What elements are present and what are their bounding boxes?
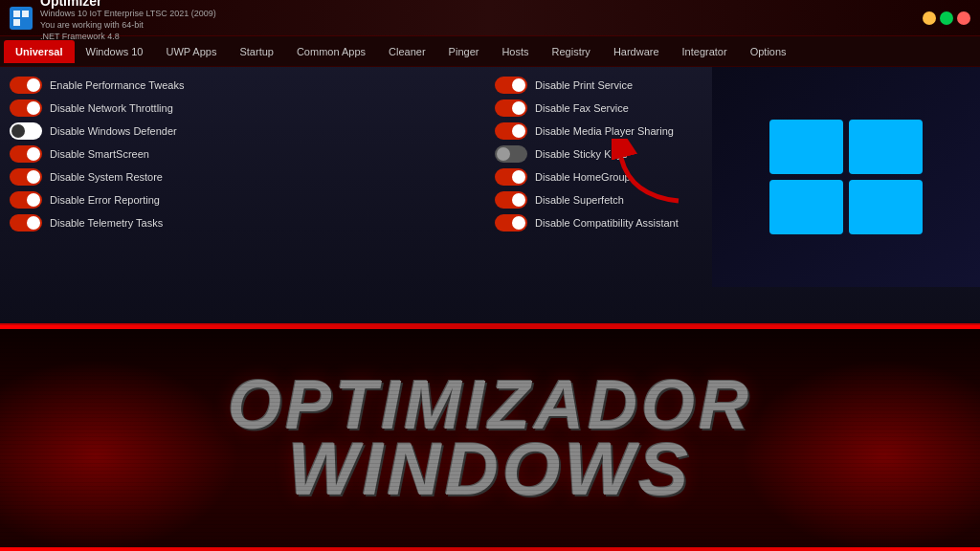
tab-integrator[interactable]: Integrator [671,40,739,63]
toggle-error[interactable] [10,191,42,209]
toggle-row-smartscreen: Disable SmartScreen [10,145,485,163]
app-name: Optimizer [40,0,216,9]
system-info-line2: You are working with 64-bit [40,20,216,32]
banner-text-line2: WINDOWS [288,435,692,502]
toggle-label-print: Disable Print Service [535,79,633,91]
tab-startup[interactable]: Startup [228,40,284,63]
tab-registry[interactable]: Registry [541,40,602,63]
tab-common-apps[interactable]: Common Apps [285,40,377,63]
bg-glow-right [741,360,980,551]
windows-logo-area [712,67,980,287]
tab-windows10[interactable]: Windows 10 [75,40,155,63]
tab-options[interactable]: Options [739,40,798,63]
tab-uwp-apps[interactable]: UWP Apps [154,40,228,63]
toggle-label-mediasharing: Disable Media Player Sharing [535,125,674,137]
system-info-line1: Windows 10 IoT Enterprise LTSC 2021 (200… [40,9,216,20]
app-window: Optimizer Windows 10 IoT Enterprise LTSC… [0,0,980,325]
toggle-label-performance: Enable Performance Tweaks [50,79,184,91]
toggle-network[interactable] [10,99,42,117]
toggle-restore[interactable] [10,168,42,186]
toggle-row-defender: Disable Windows Defender [10,122,485,140]
nav-bar: Universal Windows 10 UWP Apps Startup Co… [0,36,980,67]
bg-glow-left [0,360,239,551]
toggle-print[interactable] [495,77,527,94]
win-logo-quad-tr [849,120,923,174]
toggle-homegroup[interactable] [495,168,527,186]
toggle-telemetry[interactable] [10,214,42,231]
toggle-row-network: Disable Network Throttling [10,99,485,117]
toggle-row-restore: Disable System Restore [10,168,485,186]
toggle-label-restore: Disable System Restore [50,171,163,183]
toggle-row-telemetry: Disable Telemetry Tasks [10,214,485,231]
toggle-label-error: Disable Error Reporting [50,194,160,206]
app-logo [10,7,33,30]
toggle-sticky[interactable] [495,145,527,163]
win-logo-quad-bl [769,180,843,234]
maximize-button[interactable] [940,11,953,25]
toggle-performance[interactable] [10,77,42,94]
toggle-label-compat: Disable Compatibility Assistant [535,217,679,229]
window-controls [923,11,970,25]
toggle-smartscreen[interactable] [10,145,42,163]
toggle-label-sticky: Disable Sticky Keys [535,148,628,160]
toggle-label-fax: Disable Fax Service [535,102,629,114]
toggle-defender[interactable] [10,122,42,140]
tab-cleaner[interactable]: Cleaner [377,40,437,63]
win-logo-quad-br [849,180,923,234]
toggle-mediasharing[interactable] [495,122,527,140]
toggle-label-network: Disable Network Throttling [50,102,173,114]
left-toggle-column: Enable Performance Tweaks Disable Networ… [10,77,485,316]
tab-hardware[interactable]: Hardware [602,40,671,63]
windows-logo [769,120,923,234]
app-title-info: Optimizer Windows 10 IoT Enterprise LTSC… [40,0,216,42]
toggle-label-superfetch: Disable Superfetch [535,194,624,206]
title-bar: Optimizer Windows 10 IoT Enterprise LTSC… [0,0,980,36]
toggle-label-defender: Disable Windows Defender [50,125,177,137]
toggle-fax[interactable] [495,99,527,117]
bottom-banner: OPTIMIZADOR WINDOWS [0,325,980,551]
toggle-compat[interactable] [495,214,527,231]
tab-hosts[interactable]: Hosts [490,40,540,63]
toggle-row-error: Disable Error Reporting [10,191,485,209]
close-button[interactable] [957,11,970,25]
win-logo-quad-tl [769,120,843,174]
toggle-superfetch[interactable] [495,191,527,209]
toggle-label-homegroup: Disable HomeGroup [535,171,631,183]
toggle-label-telemetry: Disable Telemetry Tasks [50,217,163,229]
tab-universal[interactable]: Universal [4,40,75,63]
tab-pinger[interactable]: Pinger [437,40,491,63]
toggle-row-performance: Enable Performance Tweaks [10,77,485,94]
minimize-button[interactable] [923,11,936,25]
toggle-label-smartscreen: Disable SmartScreen [50,148,149,160]
